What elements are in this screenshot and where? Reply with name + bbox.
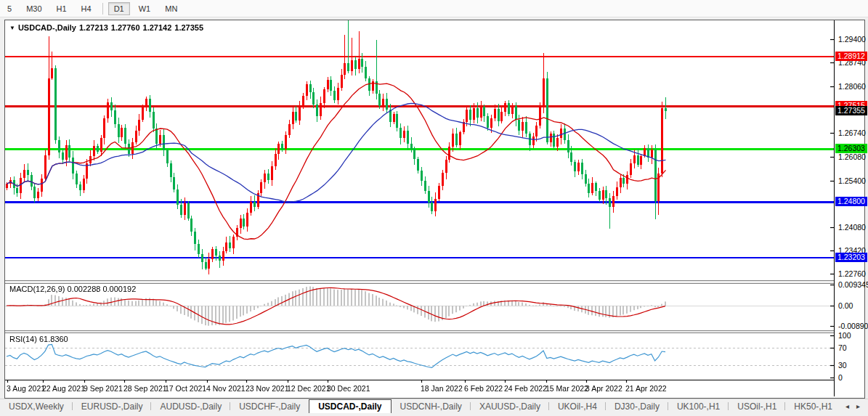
timeframe-button-m30[interactable]: M30 <box>20 2 47 15</box>
chart-tab-usdx[interactable]: USDX,Weekly <box>0 399 73 413</box>
date-label: 21 Apr 2022 <box>625 384 667 393</box>
date-label: 30 Dec 2021 <box>327 384 370 393</box>
status-strip <box>0 412 868 416</box>
macd-tick-label: 0.00 <box>838 301 853 310</box>
chart-tab-usdchf[interactable]: USDCHF-,Daily <box>230 399 309 413</box>
rsi-tick-label: 100 <box>838 331 851 340</box>
chart-title: ▼ USDCAD-,Daily 1.27213 1.27760 1.27142 … <box>9 23 203 32</box>
price-tick-label: 1.22760 <box>838 269 866 278</box>
rsi-label: RSI(14) 61.8360 <box>9 335 68 343</box>
chart-tab-dj30[interactable]: DJ30-,Daily <box>606 399 668 413</box>
rsi-tick-label: 30 <box>838 361 847 370</box>
price-axis[interactable]: 1.294001.287401.280601.267401.260801.254… <box>834 20 864 396</box>
timeframe-button-d1[interactable]: D1 <box>108 2 130 15</box>
tab-scroll-left-icon[interactable]: ◂ <box>845 402 849 410</box>
toolbar-separator <box>102 3 103 15</box>
timeframe-button-h4[interactable]: H4 <box>76 2 97 15</box>
price-badge: 1.23203 <box>835 253 867 262</box>
chart-tab-usdcad[interactable]: USDCAD-,Daily <box>309 399 391 413</box>
chart-tab-bar: USDX,WeeklyEURUSD-,DailyAUDUSD-,DailyUSD… <box>0 399 868 413</box>
chart-tab-usdcnh[interactable]: USDCNH-,Daily <box>392 399 471 413</box>
macd-label: MACD(12,26,9) 0.002288 0.000192 <box>9 285 136 293</box>
timeframe-button-h1[interactable]: H1 <box>51 2 73 15</box>
chart-tab-usoil[interactable]: USOil-,H1 <box>729 399 785 413</box>
price-tick-label: 1.28060 <box>838 82 866 91</box>
price-badge: 1.28912 <box>835 52 867 61</box>
date-label: 15 Mar 2022 <box>545 384 588 393</box>
date-label: 28 Sep 2021 <box>123 384 167 393</box>
chart-canvas[interactable] <box>5 20 834 396</box>
rsi-tick-label: 0 <box>838 373 843 382</box>
date-label: 9 Sep 2021 <box>84 384 123 393</box>
date-label: 12 Dec 2021 <box>287 384 330 393</box>
macd-tick-label: 0.009345 <box>838 280 868 289</box>
quote-open: 1.27213 <box>79 23 108 32</box>
price-tick-label: 1.29400 <box>838 35 866 44</box>
chevron-down-icon[interactable]: ▼ <box>9 25 15 31</box>
chart-window: ▼ USDCAD-,Daily 1.27213 1.27760 1.27142 … <box>4 20 865 399</box>
price-badge: 1.26303 <box>835 144 867 153</box>
price-tick-label: 1.25400 <box>838 176 866 185</box>
timeframe-button-5[interactable]: 5 <box>1 2 17 15</box>
price-tick-label: 1.26740 <box>838 129 866 137</box>
date-label: 24 Feb 2022 <box>504 384 547 393</box>
chart-tab-eurusd[interactable]: EURUSD-,Daily <box>73 399 152 413</box>
timeframe-button-mn[interactable]: MN <box>159 2 183 15</box>
chart-tab-xauusd[interactable]: XAUUSD-,Daily <box>471 399 549 413</box>
date-label: 3 Apr 2022 <box>585 384 622 393</box>
chart-symbol-label: USDCAD-,Daily <box>18 23 76 32</box>
date-label: 6 Feb 2022 <box>464 384 503 393</box>
timeframe-button-w1[interactable]: W1 <box>133 2 157 15</box>
date-label: 17 Oct 2021 <box>165 384 206 393</box>
tab-scroll-right-icon[interactable]: ▸ <box>856 402 860 410</box>
price-badge: 1.27355 <box>835 106 867 115</box>
chart-tab-ukoil[interactable]: UKOil-,H4 <box>549 399 606 413</box>
quote-low: 1.27142 <box>143 23 172 32</box>
date-label: 23 Nov 2021 <box>246 384 289 393</box>
quote-high: 1.27760 <box>111 23 140 32</box>
price-tick-label: 1.26080 <box>838 152 866 161</box>
quote-close: 1.27355 <box>174 23 203 32</box>
mt4-window: 5M30H1H4D1W1MN ▼ USDCAD-,Daily 1.27213 1… <box>0 0 868 416</box>
price-tick-label: 1.24080 <box>838 223 866 232</box>
date-label: 22 Aug 2021 <box>42 384 85 393</box>
date-label: 3 Aug 2021 <box>7 384 45 393</box>
price-badge: 1.24800 <box>835 197 867 206</box>
chart-tab-uk100[interactable]: UK100-,H1 <box>668 399 729 413</box>
chart-tab-audusd[interactable]: AUDUSD-,Daily <box>151 399 230 413</box>
date-label: 18 Jan 2022 <box>421 384 463 393</box>
macd-tick-label: -0.008902 <box>838 322 868 330</box>
chart-tab-hk50[interactable]: HK50-,H1 <box>785 399 841 413</box>
rsi-tick-label: 70 <box>838 343 847 352</box>
timeframe-toolbar: 5M30H1H4D1W1MN <box>0 0 868 17</box>
date-label: 4 Nov 2021 <box>206 384 246 393</box>
